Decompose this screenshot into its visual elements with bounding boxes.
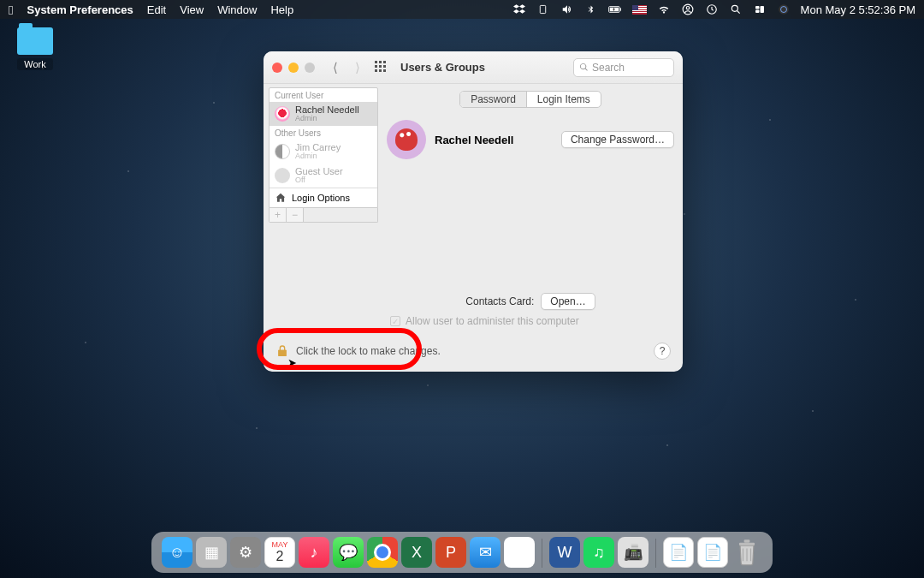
dock-app-messages[interactable]: 💬 bbox=[333, 537, 364, 568]
menu-window[interactable]: Window bbox=[217, 3, 257, 16]
dock-app-chrome[interactable] bbox=[367, 537, 398, 568]
contacts-card-label: Contacts Card: bbox=[465, 295, 534, 307]
dock-app-settings[interactable]: ⚙ bbox=[230, 537, 261, 568]
dock-app-spotify[interactable]: ♫ bbox=[583, 537, 614, 568]
dock-document[interactable]: 📄 bbox=[697, 537, 728, 568]
svg-point-5 bbox=[686, 7, 690, 10]
dock-trash[interactable] bbox=[732, 537, 762, 568]
home-icon bbox=[275, 192, 287, 204]
dock-app-launchpad[interactable]: ▦ bbox=[196, 537, 227, 568]
input-source-flag-icon[interactable] bbox=[632, 5, 647, 15]
dock-app-word[interactable]: W bbox=[549, 537, 580, 568]
dock-app-scanner[interactable]: 📠 bbox=[618, 537, 649, 568]
menu-view[interactable]: View bbox=[180, 3, 204, 16]
svg-point-7 bbox=[732, 5, 737, 11]
login-options-button[interactable]: Login Options bbox=[270, 188, 377, 207]
sidebar-user-other[interactable]: Jim Carrey Admin bbox=[270, 140, 377, 164]
back-button[interactable]: ⟨ bbox=[327, 58, 344, 77]
menubar:  System Preferences Edit View Window He… bbox=[0, 0, 924, 19]
dock: ☺ ▦ ⚙ MAY 2 ♪ 💬 X P ✉ ✱ W ♫ 📠 📄 📄 bbox=[151, 532, 773, 573]
profile-name: Rachel Needell bbox=[435, 134, 514, 146]
user-avatar-icon bbox=[275, 168, 290, 183]
show-all-button[interactable] bbox=[375, 61, 388, 74]
dock-app-calendar[interactable]: MAY 2 bbox=[264, 537, 295, 568]
svg-rect-13 bbox=[278, 350, 286, 356]
wifi-icon[interactable] bbox=[657, 3, 671, 16]
titlebar: ⟨ ⟩ Users & Groups Search bbox=[264, 51, 683, 84]
svg-rect-9 bbox=[760, 6, 764, 13]
tab-password[interactable]: Password bbox=[460, 92, 526, 107]
dropbox-icon[interactable] bbox=[512, 3, 526, 16]
dock-document[interactable]: 📄 bbox=[663, 537, 694, 568]
dock-app-excel[interactable]: X bbox=[401, 537, 432, 568]
folder-label: Work bbox=[17, 58, 53, 70]
mobile-device-icon[interactable] bbox=[536, 3, 550, 16]
app-name[interactable]: System Preferences bbox=[27, 3, 133, 16]
user-avatar-icon bbox=[275, 106, 290, 122]
user-role: Off bbox=[295, 176, 343, 185]
sidebar-user-current[interactable]: Rachel Needell Admin bbox=[270, 102, 377, 126]
users-sidebar: Current User Rachel Needell Admin Other … bbox=[269, 87, 378, 208]
system-preferences-window: ⟨ ⟩ Users & Groups Search Current User R… bbox=[264, 51, 683, 372]
traffic-lights bbox=[272, 63, 315, 73]
dock-app-music[interactable]: ♪ bbox=[299, 537, 329, 568]
dock-app-mail[interactable]: ✉ bbox=[470, 537, 500, 568]
add-user-button: + bbox=[270, 208, 287, 222]
dock-app-finder[interactable]: ☺ bbox=[162, 537, 192, 568]
sidebar-footer: + − bbox=[269, 208, 378, 223]
open-contacts-button[interactable]: Open… bbox=[541, 293, 595, 310]
spotlight-icon[interactable] bbox=[729, 3, 743, 16]
search-field[interactable]: Search bbox=[573, 58, 674, 77]
dock-separator bbox=[655, 539, 656, 568]
trash-icon bbox=[734, 538, 760, 567]
bluetooth-icon[interactable] bbox=[584, 3, 598, 16]
sidebar-user-guest[interactable]: Guest User Off bbox=[270, 164, 377, 188]
window-footer: Click the lock to make changes. ➤ ? bbox=[264, 331, 683, 372]
menubar-datetime[interactable]: Mon May 2 5:52:36 PM bbox=[801, 3, 915, 16]
search-placeholder: Search bbox=[592, 62, 625, 74]
sidebar-header-other: Other Users bbox=[270, 126, 377, 140]
lock-region[interactable]: Click the lock to make changes. ➤ bbox=[275, 343, 441, 359]
dock-app-powerpoint[interactable]: P bbox=[435, 537, 466, 568]
battery-icon[interactable] bbox=[608, 3, 622, 16]
dock-separator bbox=[542, 539, 542, 568]
dock-app-slack[interactable]: ✱ bbox=[504, 537, 535, 568]
user-avatar-icon bbox=[275, 144, 290, 159]
user-role: Admin bbox=[295, 152, 341, 161]
window-title: Users & Groups bbox=[400, 61, 485, 74]
close-button[interactable] bbox=[272, 63, 282, 73]
svg-rect-14 bbox=[739, 543, 755, 545]
calendar-day: 2 bbox=[276, 549, 284, 564]
allow-admin-row: ✓ Allow user to administer this computer bbox=[387, 315, 674, 327]
minimize-button[interactable] bbox=[288, 63, 299, 73]
svg-point-11 bbox=[779, 4, 789, 15]
svg-rect-10 bbox=[755, 10, 760, 14]
calendar-month: MAY bbox=[272, 540, 288, 549]
cursor-icon: ➤ bbox=[287, 356, 297, 369]
control-center-icon[interactable] bbox=[753, 3, 767, 16]
tab-login-items[interactable]: Login Items bbox=[526, 92, 601, 107]
svg-rect-3 bbox=[619, 8, 620, 10]
menu-edit[interactable]: Edit bbox=[147, 3, 166, 16]
svg-rect-0 bbox=[540, 5, 545, 13]
menu-help[interactable]: Help bbox=[270, 3, 293, 16]
desktop-folder-work[interactable]: Work bbox=[17, 27, 53, 70]
remove-user-button: − bbox=[287, 208, 304, 222]
lock-text: Click the lock to make changes. bbox=[296, 345, 441, 357]
zoom-button[interactable] bbox=[305, 63, 315, 73]
apple-menu-icon[interactable]:  bbox=[9, 3, 13, 17]
siri-icon[interactable] bbox=[777, 3, 791, 16]
user-icon[interactable] bbox=[681, 3, 695, 16]
clock-icon[interactable] bbox=[705, 3, 719, 16]
allow-admin-label: Allow user to administer this computer bbox=[406, 315, 579, 327]
profile-avatar[interactable] bbox=[387, 120, 426, 159]
change-password-button[interactable]: Change Password… bbox=[561, 131, 674, 148]
content-pane: Password Login Items Rachel Needell Chan… bbox=[378, 84, 683, 331]
help-button[interactable]: ? bbox=[654, 343, 671, 360]
folder-icon bbox=[17, 27, 53, 55]
login-options-label: Login Options bbox=[292, 193, 350, 203]
sidebar-header-current: Current User bbox=[270, 88, 377, 102]
volume-icon[interactable] bbox=[560, 3, 574, 16]
user-role: Admin bbox=[295, 115, 359, 123]
allow-admin-checkbox: ✓ bbox=[390, 316, 400, 326]
